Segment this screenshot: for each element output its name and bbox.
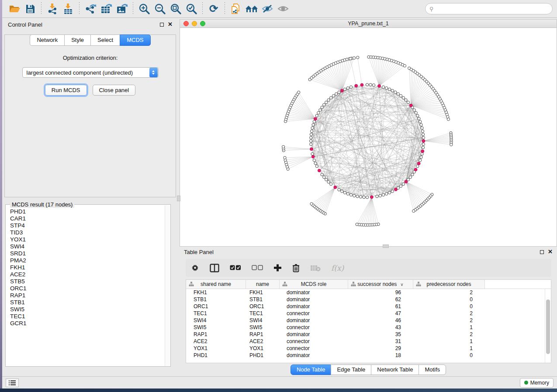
table-cell[interactable]: SWI5 [186,324,246,330]
network-node[interactable] [313,159,315,162]
table-cell[interactable]: STB1 [246,296,280,303]
network-from-file-button[interactable] [228,2,244,16]
hub-node[interactable] [360,83,363,86]
network-node[interactable] [399,185,402,187]
table-cell[interactable]: 35 [348,331,413,337]
network-node[interactable] [422,143,425,145]
hub-node[interactable] [340,89,343,92]
table-cell[interactable]: YOX1 [246,345,280,351]
table-cell[interactable]: 1 [413,338,485,344]
network-node[interactable] [356,195,359,198]
refresh-layout-button[interactable]: ⟳ [206,2,221,16]
network-node[interactable] [369,83,372,86]
network-node[interactable] [421,127,423,129]
network-node[interactable] [323,176,325,179]
network-node[interactable] [450,143,453,146]
save-session-button[interactable] [22,2,38,16]
table-cell[interactable]: 43 [348,324,413,330]
network-node[interactable] [309,140,312,142]
network-node[interactable] [366,83,368,86]
column-header-MCDS-role[interactable]: MCDS role [280,280,348,289]
result-node-item[interactable]: STB5 [10,278,164,285]
network-node[interactable] [405,99,407,101]
network-node[interactable] [319,109,322,111]
network-node[interactable] [321,173,323,176]
network-node[interactable] [284,156,286,159]
network-node[interactable] [310,143,312,145]
table-cell[interactable]: FKH1 [246,289,280,296]
hub-node[interactable] [405,180,408,183]
network-node[interactable] [385,87,387,89]
network-node[interactable] [321,106,323,109]
close-panel-button[interactable]: Close panel [93,85,136,96]
tab-motifs[interactable]: Motifs [419,364,446,375]
table-row[interactable]: ACE2ACE2connector311 [186,338,545,345]
network-node[interactable] [402,96,405,99]
zoom-in-button[interactable] [136,2,152,16]
network-node[interactable] [421,153,423,155]
result-node-item[interactable]: STB1 [10,299,164,306]
result-node-item[interactable]: CAR1 [10,215,164,222]
table-cell[interactable]: SWI4 [186,317,246,323]
table-cell[interactable]: 96 [348,289,413,296]
table-row[interactable]: STB1STB1dominator620 [186,296,545,303]
network-node[interactable] [409,176,412,179]
network-node[interactable] [382,193,384,196]
tab-node-table[interactable]: Node Table [291,364,332,375]
network-node[interactable] [343,88,346,90]
table-cell[interactable]: RAP1 [186,331,246,337]
hub-node[interactable] [417,162,420,165]
network-node[interactable] [346,193,349,195]
tab-select[interactable]: Select [90,34,120,46]
result-node-item[interactable]: STP4 [10,222,164,229]
network-node[interactable] [349,86,352,88]
table-cell[interactable]: 29 [348,345,413,351]
table-cell[interactable]: SWI5 [246,324,280,330]
network-node[interactable] [298,91,300,93]
hub-node[interactable] [422,139,425,142]
network-node[interactable] [327,99,330,101]
network-node[interactable] [323,103,325,106]
table-row[interactable]: SWI5SWI5connector431 [186,324,545,331]
network-node[interactable] [313,120,315,123]
network-node[interactable] [388,191,391,194]
result-node-item[interactable]: GCR1 [10,320,164,327]
network-node[interactable] [314,162,317,165]
network-node[interactable] [402,183,405,186]
network-node[interactable] [310,133,312,136]
table-cell[interactable]: 1 [413,345,485,351]
result-node-item[interactable]: SRD1 [10,250,164,257]
network-node[interactable] [407,101,409,103]
network-node[interactable] [325,178,328,181]
network-node[interactable] [376,195,378,198]
network-node[interactable] [311,153,314,155]
tab-network-table[interactable]: Network Table [371,364,419,375]
splitter-grip-vertical[interactable] [177,196,180,201]
table-cell[interactable]: connector [280,310,348,316]
memory-button[interactable]: Memory [520,378,554,388]
network-node[interactable] [356,223,358,226]
table-row[interactable]: YOX1YOX1connector291 [186,345,545,352]
result-node-item[interactable]: ACE2 [10,271,164,278]
table-cell[interactable]: 46 [348,317,413,323]
task-history-button[interactable] [6,378,19,387]
network-node[interactable] [363,196,365,199]
table-cell[interactable]: 18 [348,352,413,358]
import-table-button[interactable] [60,2,76,16]
table-cell[interactable]: STB1 [186,296,246,303]
result-node-item[interactable]: ORC1 [10,285,164,292]
show-all-button[interactable] [275,2,291,16]
result-node-item[interactable]: TEC1 [10,313,164,320]
table-cell[interactable]: 62 [348,296,413,303]
network-node[interactable] [356,56,359,59]
table-cell[interactable]: 1 [413,324,485,330]
network-node[interactable] [399,94,402,97]
network-node[interactable] [382,86,384,88]
column-header-successor-nodes[interactable]: successor nodes∨ [348,280,413,289]
table-cell[interactable]: dominator [280,296,348,303]
table-cell[interactable]: TEC1 [186,310,246,316]
table-cell[interactable]: 2 [413,310,485,316]
table-cell[interactable]: dominator [280,289,348,296]
table-cell[interactable]: 0 [413,352,485,358]
network-node[interactable] [391,190,394,193]
